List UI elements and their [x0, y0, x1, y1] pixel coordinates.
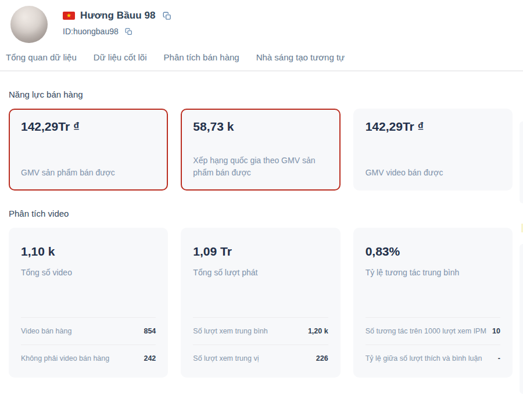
metric-value: 0,83% [366, 245, 500, 259]
metric-card-national-gmv-rank[interactable]: 58,73 k Xếp hạng quốc gia theo GMV sản p… [181, 109, 340, 191]
metric-card-avg-engagement[interactable]: 0,83% Tỷ lệ tương tác trung bình Số tươn… [353, 228, 513, 378]
stat-row-like-comment-ratio: Tỷ lệ giữa số lượt thích và bình luận - [366, 344, 500, 372]
section-video-analysis: Phân tích video 1,10 k Tổng số video Vid… [9, 209, 514, 378]
sales-cards-row: 142,29Tr ₫ GMV sản phẩm bán được 58,73 k… [9, 109, 513, 191]
main-content: Năng lực bán hàng 142,29Tr ₫ GMV sản phẩ… [0, 89, 523, 378]
stat-label: Không phải video bán hàng [21, 354, 109, 362]
tab-bar: Tổng quan dữ liệu Dữ liệu cốt lõi Phân t… [0, 43, 523, 71]
tab-core-data[interactable]: Dữ liệu cốt lõi [94, 52, 147, 62]
card-top: 0,83% Tỷ lệ tương tác trung bình [366, 229, 500, 317]
tab-data-overview[interactable]: Tổng quan dữ liệu [6, 52, 77, 62]
creator-name: Hương Bầuu 98 [80, 10, 156, 21]
stat-row-non-sales-videos: Không phải video bán hàng 242 [21, 344, 156, 372]
stat-rows: Video bán hàng 854 Không phải video bán … [21, 317, 156, 376]
creator-id: ID:huongbau98 [63, 27, 119, 36]
stat-rows: Số tương tác trên 1000 lượt xem IPM 10 T… [366, 317, 500, 376]
metric-label: Tổng số lượt phát [193, 267, 328, 278]
tab-sales-analysis[interactable]: Phân tích bán hàng [164, 52, 239, 62]
metric-label: Tỷ lệ tương tác trung bình [366, 267, 500, 278]
copy-id-icon[interactable] [125, 28, 132, 35]
profile-info: ★ Hương Bầuu 98 ID:huongbau98 [63, 6, 171, 36]
metric-card-gmv-videos[interactable]: 142,29Tr ₫ GMV video bán được [353, 109, 513, 191]
metric-label: Tổng số video [21, 267, 156, 278]
section-sales-capability: Năng lực bán hàng 142,29Tr ₫ GMV sản phẩ… [9, 89, 514, 191]
peek-card-sliver-sales [520, 121, 523, 203]
video-cards-row: 1,10 k Tổng số video Video bán hàng 854 … [9, 228, 513, 378]
stat-value: - [498, 354, 500, 362]
profile-header: ★ Hương Bầuu 98 ID:huongbau98 [0, 0, 523, 43]
stat-value: 242 [144, 354, 156, 362]
creator-analytics-page: ★ Hương Bầuu 98 ID:huongbau98 [0, 0, 523, 420]
stat-label: Video bán hàng [21, 327, 71, 335]
stat-label: Số lượt xem trung bình [193, 327, 267, 335]
tab-similar-creators[interactable]: Nhà sáng tạo tương tự [256, 52, 345, 62]
metric-label: Xếp hạng quốc gia theo GMV sản phẩm bán … [193, 155, 327, 178]
stat-label: Số lượt xem trung vị [193, 354, 259, 362]
section-title-video: Phân tích video [9, 209, 514, 218]
metric-card-total-plays[interactable]: 1,09 Tr Tổng số lượt phát Số lượt xem tr… [181, 228, 340, 378]
metric-value: 142,29Tr ₫ [366, 120, 500, 134]
avatar[interactable] [10, 6, 48, 43]
metric-label: GMV video bán được [366, 167, 500, 178]
stat-row-ipm: Số tương tác trên 1000 lượt xem IPM 10 [366, 317, 500, 344]
stat-row-median-views: Số lượt xem trung vị 226 [193, 344, 328, 372]
stat-value: 1,20 k [308, 327, 328, 335]
section-title-sales: Năng lực bán hàng [9, 89, 514, 99]
metric-value: 1,09 Tr [193, 245, 328, 259]
name-row: ★ Hương Bầuu 98 [63, 10, 171, 21]
metric-card-gmv-products[interactable]: 142,29Tr ₫ GMV sản phẩm bán được [9, 109, 168, 191]
metric-value: 142,29Tr ₫ [21, 120, 156, 134]
copy-name-icon[interactable] [163, 12, 171, 20]
stat-value: 10 [492, 327, 500, 335]
stat-value: 226 [316, 354, 328, 362]
stat-value: 854 [144, 327, 156, 335]
creator-id-row: ID:huongbau98 [63, 27, 171, 36]
card-top: 1,09 Tr Tổng số lượt phát [193, 229, 328, 317]
card-top: 1,10 k Tổng số video [21, 229, 156, 317]
metric-value: 1,10 k [21, 245, 156, 259]
metric-label: GMV sản phẩm bán được [21, 167, 156, 178]
metric-card-total-videos[interactable]: 1,10 k Tổng số video Video bán hàng 854 … [9, 228, 168, 378]
metric-value: 58,73 k [193, 120, 328, 134]
stat-row-avg-views: Số lượt xem trung bình 1,20 k [193, 317, 328, 344]
stat-rows: Số lượt xem trung bình 1,20 k Số lượt xe… [193, 317, 328, 376]
stat-label: Tỷ lệ giữa số lượt thích và bình luận [366, 354, 482, 362]
peek-card-sliver-video [520, 244, 523, 394]
stat-row-sales-videos: Video bán hàng 854 [21, 317, 156, 344]
vietnam-flag-icon: ★ [63, 12, 75, 20]
stat-label: Số tương tác trên 1000 lượt xem IPM [366, 327, 486, 335]
